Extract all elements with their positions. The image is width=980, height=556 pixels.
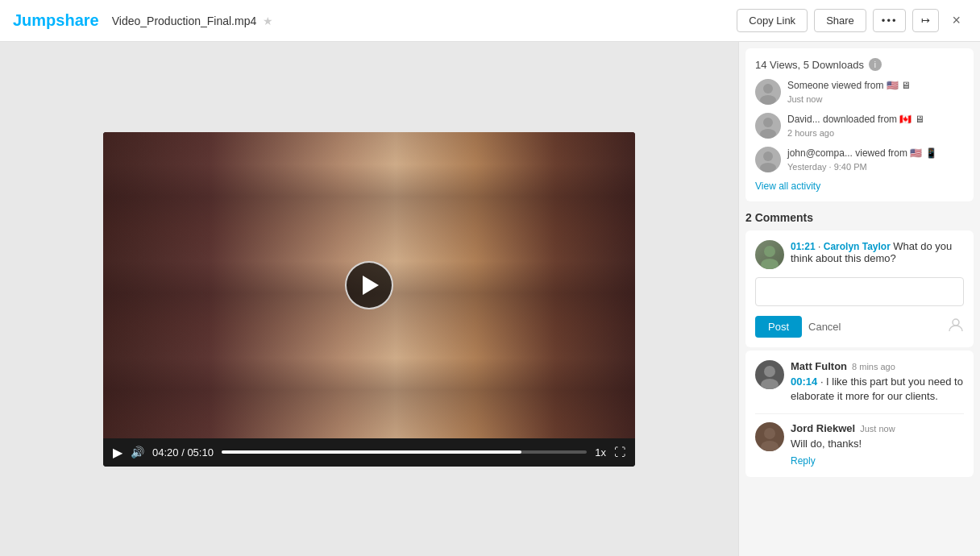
comment-text-2: 00:14 · I like this part but you need to…	[791, 375, 964, 404]
activity-info: David... downloaded from 🇨🇦 🖥 2 hours ag…	[787, 113, 964, 138]
sidebar: 14 Views, 5 Downloads i Someone viewed f…	[738, 42, 980, 556]
comment-input[interactable]	[755, 277, 964, 306]
comment-name-matt: Matt Fulton	[791, 360, 847, 372]
current-time: 04:20 / 05:10	[152, 446, 214, 458]
comment-avatar-jord	[755, 422, 784, 451]
svg-point-3	[760, 129, 776, 139]
activity-item: Someone viewed from 🇺🇸 🖥 Just now	[755, 79, 964, 105]
activity-header: 14 Views, 5 Downloads i	[755, 58, 964, 71]
present-button[interactable]: ↦	[912, 9, 939, 32]
comment-meta-1: 01:21 · Carolyn Taylor What do you think…	[791, 240, 964, 264]
svg-point-9	[764, 366, 775, 377]
avatar	[755, 79, 781, 105]
svg-point-6	[764, 246, 775, 257]
video-thumbnail	[103, 132, 635, 438]
comment-card-1: 01:21 · Carolyn Taylor What do you think…	[745, 230, 974, 347]
star-icon[interactable]: ★	[263, 15, 273, 27]
activity-text-3: john@compa... viewed from 🇺🇸 📱	[787, 147, 964, 160]
comments-title: 2 Comments	[745, 211, 974, 224]
header: Jumpshare Video_Production_Final.mp4 ★ C…	[0, 0, 980, 42]
share-button[interactable]: Share	[814, 9, 866, 32]
comments-section: 2 Comments 01:21 · Carolyn Taylor What d…	[739, 205, 980, 487]
comment-card-2: Matt Fulton 8 mins ago 00:14 · I like th…	[745, 351, 974, 477]
logo[interactable]: Jumpshare	[13, 11, 99, 30]
post-button[interactable]: Post	[755, 316, 802, 338]
comment-author-1[interactable]: Carolyn Taylor	[824, 241, 891, 252]
volume-button[interactable]: 🔊	[131, 446, 144, 458]
video-controls: ▶ 🔊 04:20 / 05:10 1x ⛶	[103, 438, 635, 467]
comment-input-area: Post Cancel	[755, 277, 964, 338]
comment-timestamp-2[interactable]: 00:14	[791, 376, 817, 388]
more-button[interactable]: •••	[873, 9, 907, 32]
comment-avatar-matt	[755, 360, 784, 389]
svg-point-8	[953, 319, 959, 326]
reply-link[interactable]: Reply	[791, 455, 816, 467]
svg-point-2	[763, 118, 773, 127]
svg-point-12	[761, 441, 779, 451]
activity-item: David... downloaded from 🇨🇦 🖥 2 hours ag…	[755, 113, 964, 139]
svg-point-0	[763, 84, 773, 93]
play-button[interactable]	[345, 261, 393, 309]
comment-body-2: Matt Fulton 8 mins ago 00:14 · I like th…	[791, 360, 964, 404]
activity-item: john@compa... viewed from 🇺🇸 📱 Yesterday…	[755, 147, 964, 172]
activity-time-2: 2 hours ago	[787, 128, 964, 138]
comment-name-jord: Jord Riekwel	[791, 422, 855, 434]
avatar	[755, 147, 781, 172]
fullscreen-button[interactable]: ⛶	[614, 446, 625, 458]
comment-header-jord: Jord Riekwel Just now Will do, thanks! R…	[755, 422, 964, 467]
comment-header-2: Matt Fulton 8 mins ago 00:14 · I like th…	[755, 360, 964, 404]
activity-text-2: David... downloaded from 🇨🇦 🖥	[787, 113, 964, 127]
comment-body-jord: Jord Riekwel Just now Will do, thanks! R…	[791, 422, 964, 467]
progress-fill	[222, 450, 521, 454]
svg-point-4	[763, 151, 773, 161]
comment-actions: Post Cancel	[755, 316, 964, 338]
comment-body-1: 01:21 · Carolyn Taylor What do you think…	[791, 240, 964, 268]
activity-text-1: Someone viewed from 🇺🇸 🖥	[787, 79, 964, 93]
filename: Video_Production_Final.mp4	[112, 15, 257, 27]
svg-point-7	[761, 259, 779, 269]
matt-time-ago: 8 mins ago	[852, 362, 895, 371]
avatar	[755, 113, 781, 139]
activity-info: john@compa... viewed from 🇺🇸 📱 Yesterday…	[787, 147, 964, 172]
svg-point-10	[761, 379, 779, 389]
reply-section: Jord Riekwel Just now Will do, thanks! R…	[755, 413, 964, 467]
video-area: ▶ 🔊 04:20 / 05:10 1x ⛶	[0, 42, 738, 556]
cancel-button[interactable]: Cancel	[808, 321, 841, 333]
copy-link-button[interactable]: Copy Link	[737, 9, 808, 32]
view-all-activity-link[interactable]: View all activity	[755, 180, 964, 192]
playback-speed[interactable]: 1x	[595, 446, 606, 458]
svg-point-5	[760, 163, 776, 172]
comment-avatar-carolyn	[755, 240, 784, 269]
comment-timestamp-1[interactable]: 01:21	[791, 241, 816, 252]
activity-time-1: Just now	[787, 94, 964, 104]
activity-info: Someone viewed from 🇺🇸 🖥 Just now	[787, 79, 964, 104]
progress-bar[interactable]	[222, 450, 587, 454]
jord-comment-text: Will do, thanks!	[791, 437, 964, 451]
info-icon[interactable]: i	[869, 58, 882, 71]
main-content: ▶ 🔊 04:20 / 05:10 1x ⛶ 14 Views, 5 Downl…	[0, 42, 980, 556]
activity-title: 14 Views, 5 Downloads	[755, 59, 864, 71]
jord-time-ago: Just now	[860, 424, 895, 434]
close-button[interactable]: ×	[945, 9, 967, 32]
play-pause-button[interactable]: ▶	[113, 445, 122, 460]
video-container: ▶ 🔊 04:20 / 05:10 1x ⛶	[103, 132, 635, 467]
activity-section: 14 Views, 5 Downloads i Someone viewed f…	[745, 48, 974, 201]
svg-point-1	[760, 95, 776, 105]
activity-time-3: Yesterday · 9:40 PM	[787, 162, 964, 172]
comment-header: 01:21 · Carolyn Taylor What do you think…	[755, 240, 964, 269]
user-icon[interactable]	[948, 317, 964, 337]
svg-point-11	[764, 428, 775, 439]
